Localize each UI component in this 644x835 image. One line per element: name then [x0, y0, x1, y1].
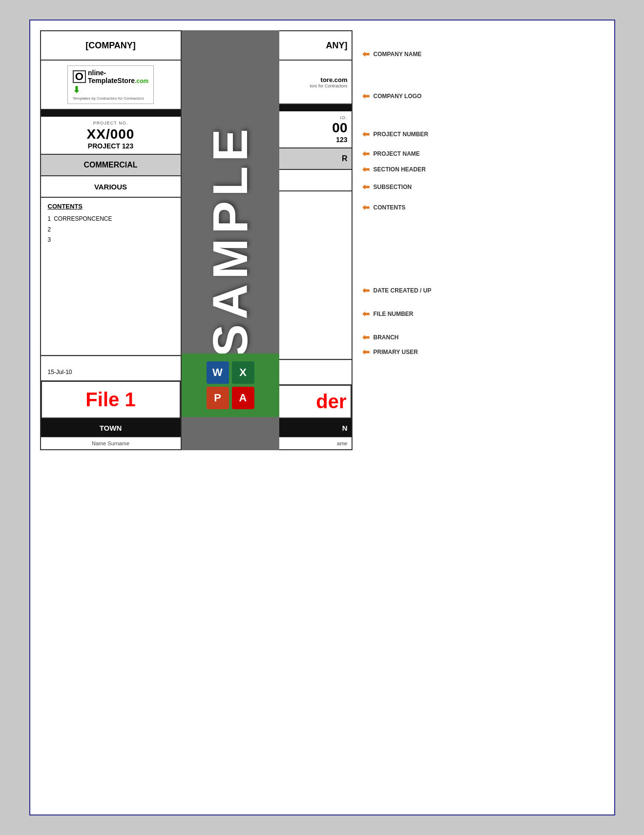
- label-contents: ⬅ CONTENTS: [362, 202, 432, 213]
- label-project-name: ⬅ PROJECT NAME: [362, 148, 432, 159]
- arrow-file-number: ⬅: [362, 309, 370, 319]
- label-company-name-text: COMPANY NAME: [374, 51, 422, 58]
- label-section-header-text: SECTION HEADER: [374, 166, 426, 173]
- date-row: 15-Jul-10: [41, 356, 181, 380]
- office-icons-grid: W X P A: [203, 357, 258, 413]
- left-binder-card: [COMPANY] O nline-TemplateStore.com ⬇ Te…: [40, 30, 182, 450]
- label-branch-text: BRANCH: [374, 334, 399, 341]
- user-row: Name Surname: [41, 437, 181, 449]
- arrow-primary-user: ⬅: [362, 347, 370, 357]
- excel-icon: X: [232, 361, 254, 384]
- logo-arrow-icon: ⬇: [73, 84, 80, 95]
- label-subsection-text: SUBSECTION: [374, 184, 412, 190]
- label-date-created-text: DATE CREATED / UP: [374, 287, 432, 294]
- logo-tagline: Templates by Contractors for Contractors: [73, 96, 144, 101]
- label-file-number: ⬅ FILE NUMBER: [362, 309, 432, 319]
- black-bar-1: [41, 110, 181, 117]
- label-date-created: ⬅ DATE CREATED / UP: [362, 285, 432, 296]
- contents-section: CONTENTS 1CORRESPONCENCE 2 3: [41, 198, 181, 356]
- word-icon: W: [207, 361, 229, 384]
- arrow-subsection: ⬅: [362, 182, 370, 192]
- right-company-text: ANY]: [326, 41, 348, 51]
- user-text: Name Surname: [92, 440, 129, 446]
- project-no-value: XX/000: [47, 126, 175, 142]
- project-no-section: PROJECT NO. XX/000 PROJECT 123: [41, 117, 181, 155]
- arrow-section-header: ⬅: [362, 164, 370, 175]
- file-number-row: File 1: [41, 380, 181, 418]
- subsection-text: VARIOUS: [94, 183, 127, 191]
- labels-column: ⬅ COMPANY NAME ⬅ COMPANY LOGO ⬅ PROJECT …: [353, 30, 432, 450]
- branch-text: TOWN: [100, 424, 122, 432]
- label-company-logo: ⬅ COMPANY LOGO: [362, 91, 432, 102]
- powerpoint-icon: P: [207, 387, 229, 409]
- label-project-number-text: PROJECT NUMBER: [374, 131, 429, 138]
- branch-row: TOWN: [41, 418, 181, 437]
- section-header-text: COMMERCIAL: [83, 161, 137, 169]
- sample-text: SAMPLE: [202, 124, 258, 357]
- list-item: 2: [48, 225, 174, 235]
- section-header-row: COMMERCIAL: [41, 155, 181, 176]
- label-company-name: ⬅ COMPANY NAME: [362, 49, 432, 60]
- label-project-number: ⬅ PROJECT NUMBER: [362, 129, 432, 140]
- right-file-text: der: [316, 391, 346, 413]
- company-row: [COMPANY]: [41, 31, 181, 61]
- arrow-branch: ⬅: [362, 332, 370, 343]
- label-subsection: ⬅ SUBSECTION: [362, 182, 432, 192]
- arrow-company-logo: ⬅: [362, 91, 370, 102]
- label-branch: ⬅ BRANCH: [362, 332, 432, 343]
- office-icons-overlay: W X P A: [182, 354, 279, 417]
- arrow-project-name: ⬅: [362, 148, 370, 159]
- label-contents-text: CONTENTS: [374, 204, 406, 211]
- arrow-company-name: ⬅: [362, 49, 370, 60]
- list-item: 3: [48, 235, 174, 246]
- label-primary-user: ⬅ PRIMARY USER: [362, 347, 432, 357]
- arrow-contents: ⬅: [362, 202, 370, 213]
- label-section-header: ⬅ SECTION HEADER: [362, 164, 432, 175]
- right-branch-text: N: [342, 424, 348, 432]
- label-file-number-text: FILE NUMBER: [374, 311, 414, 317]
- logo-box: O nline-TemplateStore.com ⬇ Templates by…: [67, 65, 154, 104]
- list-item: 1CORRESPONCENCE: [48, 214, 174, 225]
- date-value: 15-Jul-10: [48, 369, 72, 376]
- contents-title: CONTENTS: [48, 203, 174, 210]
- right-logo-text: tore.com tors for Contractors: [310, 76, 347, 88]
- project-no-label: PROJECT NO.: [47, 121, 175, 125]
- project-name-value: PROJECT 123: [47, 142, 175, 150]
- content-area: [COMPANY] O nline-TemplateStore.com ⬇ Te…: [40, 30, 604, 450]
- right-section-text: R: [342, 154, 348, 163]
- adobe-icon: A: [232, 387, 254, 409]
- arrow-date-created: ⬅: [362, 285, 370, 296]
- logo-row: O nline-TemplateStore.com ⬇ Templates by…: [41, 61, 181, 110]
- label-company-logo-text: COMPANY LOGO: [374, 93, 422, 100]
- label-primary-user-text: PRIMARY USER: [374, 349, 418, 355]
- page-container: [COMPANY] O nline-TemplateStore.com ⬇ Te…: [29, 20, 615, 815]
- label-project-name-text: PROJECT NAME: [374, 150, 420, 157]
- file-number-text: File 1: [85, 389, 135, 411]
- arrow-project-number: ⬅: [362, 129, 370, 140]
- logo-brand-text: nline-TemplateStore.com: [88, 69, 148, 84]
- contents-list: 1CORRESPONCENCE 2 3: [48, 214, 174, 246]
- subsection-row: VARIOUS: [41, 176, 181, 198]
- logo-o: O: [73, 70, 86, 83]
- binder-cards-row: [COMPANY] O nline-TemplateStore.com ⬇ Te…: [40, 30, 353, 450]
- company-name-text: [COMPANY]: [85, 41, 136, 51]
